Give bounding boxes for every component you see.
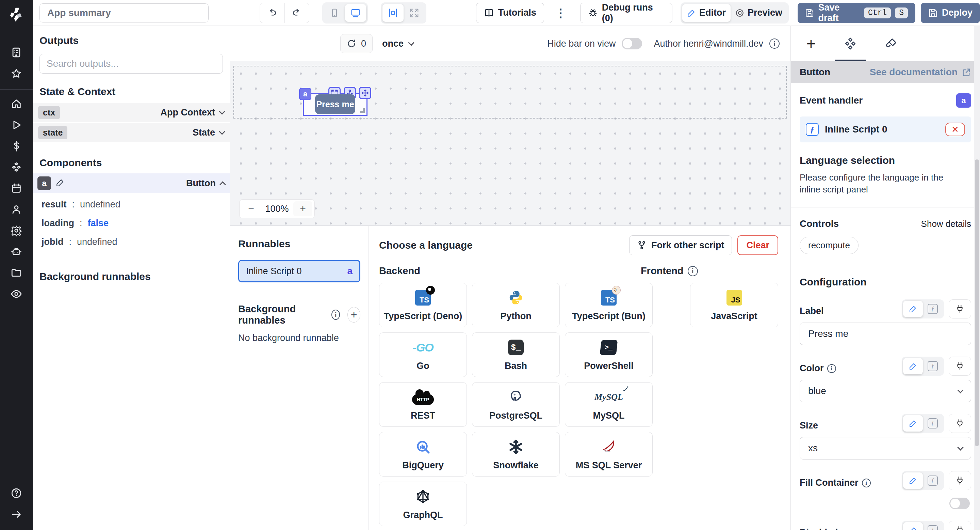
- static-pencil-icon[interactable]: [903, 473, 923, 489]
- app-summary-input[interactable]: [40, 3, 208, 22]
- settings-gear-icon[interactable]: [10, 224, 23, 238]
- connect-plug-icon[interactable]: [949, 299, 971, 318]
- see-documentation-link[interactable]: See documentation: [870, 67, 971, 78]
- static-pencil-icon[interactable]: [903, 301, 923, 317]
- lang-mysql[interactable]: MySQL MySQL: [565, 382, 653, 427]
- add-bg-runnable-button[interactable]: +: [347, 307, 360, 322]
- press-me-button[interactable]: Press me: [315, 94, 355, 114]
- resources-cubes-icon[interactable]: [10, 160, 23, 174]
- search-outputs-input[interactable]: [40, 54, 223, 73]
- app-canvas[interactable]: a Press me − 100% +: [230, 61, 791, 225]
- folders-icon[interactable]: [10, 266, 23, 279]
- fill-container-toggle[interactable]: [950, 498, 970, 509]
- tutorials-button[interactable]: Tutorials: [476, 3, 544, 23]
- schedules-calendar-icon[interactable]: [10, 182, 23, 195]
- frontend-info-icon[interactable]: i: [688, 266, 698, 276]
- home-icon[interactable]: [10, 97, 23, 111]
- edit-id-pencil-icon[interactable]: [56, 178, 65, 188]
- centered-layout-button[interactable]: [382, 4, 404, 22]
- size-select[interactable]: xs: [800, 437, 971, 460]
- author-info-icon[interactable]: i: [769, 38, 780, 49]
- lang-typescript-bun[interactable]: TS TypeScript (Bun): [565, 283, 653, 327]
- debug-runs-button[interactable]: Debug runs (0): [580, 3, 672, 23]
- lang-powershell[interactable]: >_ PowerShell: [565, 332, 653, 377]
- hide-bar-toggle[interactable]: [622, 38, 642, 49]
- lang-postgresql[interactable]: PostgreSQL: [472, 382, 560, 427]
- static-pencil-icon[interactable]: [903, 415, 923, 431]
- show-details-link[interactable]: Show details: [921, 219, 971, 229]
- state-row[interactable]: state State: [33, 123, 230, 142]
- lang-bash[interactable]: $_ Bash: [472, 332, 560, 377]
- zoom-in-button[interactable]: +: [293, 201, 312, 216]
- tab-styling-brush[interactable]: [885, 26, 897, 61]
- deploy-label: Deploy: [942, 8, 972, 18]
- deploy-button[interactable]: Deploy: [921, 3, 980, 23]
- fx-icon[interactable]: ƒ: [923, 473, 943, 489]
- users-icon[interactable]: [10, 203, 23, 216]
- favorites-star-icon[interactable]: [10, 67, 23, 80]
- connect-plug-icon[interactable]: [949, 357, 971, 376]
- lang-javascript[interactable]: JS JavaScript: [690, 283, 778, 327]
- label-value-input[interactable]: [800, 322, 971, 345]
- refresh-count-button[interactable]: 0: [340, 34, 372, 53]
- color-select[interactable]: blue: [800, 380, 971, 402]
- zoom-out-button[interactable]: −: [242, 201, 261, 216]
- undo-button[interactable]: [260, 3, 285, 23]
- fx-icon[interactable]: ƒ: [923, 522, 943, 530]
- static-pencil-icon[interactable]: [903, 358, 923, 374]
- tab-component-settings[interactable]: [844, 26, 856, 61]
- component-row-button[interactable]: a Button: [33, 173, 230, 193]
- redo-button[interactable]: [285, 3, 309, 23]
- fill-info-icon[interactable]: i: [862, 479, 871, 487]
- scrollbar-thumb[interactable]: [975, 160, 979, 446]
- component-id-handle[interactable]: a: [299, 88, 311, 100]
- color-info-icon[interactable]: i: [827, 364, 836, 373]
- connect-plug-icon[interactable]: [949, 471, 971, 490]
- static-pencil-icon[interactable]: [903, 522, 923, 530]
- lang-python[interactable]: Python: [472, 283, 560, 327]
- selected-component[interactable]: a Press me: [303, 93, 368, 116]
- lang-bigquery[interactable]: BigQuery: [379, 432, 467, 477]
- fx-icon[interactable]: ƒ: [923, 358, 943, 374]
- right-panel-scrollbar[interactable]: [974, 26, 980, 530]
- desktop-view-button[interactable]: [345, 4, 366, 22]
- lang-go[interactable]: -GO Go: [379, 332, 467, 377]
- output-kv-jobid[interactable]: jobId: undefined: [33, 233, 230, 251]
- output-kv-result[interactable]: result: undefined: [33, 195, 230, 214]
- connect-plug-icon[interactable]: [949, 414, 971, 433]
- recompute-chip[interactable]: recompute: [800, 237, 859, 254]
- move-icon[interactable]: [359, 87, 371, 99]
- workers-robot-icon[interactable]: [10, 245, 23, 259]
- collapse-arrow-icon[interactable]: [10, 508, 23, 521]
- preview-tab[interactable]: Preview: [730, 4, 787, 22]
- resize-handle[interactable]: [360, 108, 365, 113]
- more-menu-button[interactable]: ⋮: [552, 6, 570, 20]
- editor-tab[interactable]: Editor: [682, 4, 730, 22]
- mobile-view-button[interactable]: [324, 4, 345, 22]
- lang-graphql[interactable]: GraphQL: [379, 482, 467, 526]
- ctx-row[interactable]: ctx App Context: [33, 103, 230, 122]
- lang-mssql[interactable]: MS SQL Server: [565, 432, 653, 477]
- workspace-icon[interactable]: [10, 46, 23, 59]
- fx-icon[interactable]: ƒ: [923, 301, 943, 317]
- audit-eye-icon[interactable]: [10, 287, 23, 301]
- schedule-select[interactable]: once: [382, 38, 414, 49]
- bg-runnables-info-icon[interactable]: i: [331, 310, 340, 320]
- remove-script-button[interactable]: ✕: [945, 123, 965, 136]
- fullwidth-layout-button[interactable]: [404, 4, 425, 22]
- lang-typescript-deno[interactable]: TS TypeScript (Deno): [379, 283, 467, 327]
- save-draft-button[interactable]: Save draft Ctrl S: [798, 3, 915, 23]
- lang-snowflake[interactable]: Snowflake: [472, 432, 560, 477]
- connect-plug-icon[interactable]: [949, 521, 971, 530]
- output-kv-loading[interactable]: loading: false: [33, 214, 230, 233]
- variables-dollar-icon[interactable]: [10, 139, 23, 153]
- runs-play-icon[interactable]: [10, 118, 23, 132]
- fx-icon[interactable]: ƒ: [923, 415, 943, 431]
- lang-rest[interactable]: HTTP REST: [379, 382, 467, 427]
- help-icon[interactable]: [10, 486, 23, 500]
- inline-script-row[interactable]: ƒ Inline Script 0 ✕: [800, 117, 971, 142]
- fork-other-script-button[interactable]: Fork other script: [629, 235, 732, 255]
- clear-button[interactable]: Clear: [737, 235, 778, 255]
- runnable-inline-script-0[interactable]: Inline Script 0 a: [238, 260, 360, 283]
- tab-insert-component[interactable]: +: [807, 26, 816, 61]
